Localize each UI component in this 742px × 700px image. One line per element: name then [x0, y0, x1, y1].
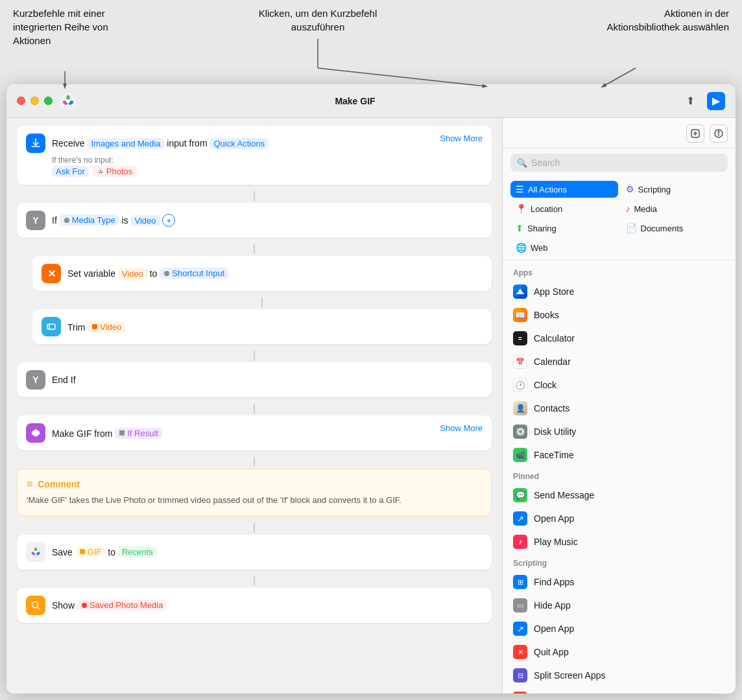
category-media[interactable]: ♪ Media	[621, 200, 728, 217]
disk-utility-icon: 💿	[513, 425, 527, 439]
annotation-center: Klicken, um den Kurzbefehl auszuführen	[253, 6, 383, 34]
category-web[interactable]: 🌐 Web	[510, 239, 618, 256]
clock-icon: 🕐	[513, 378, 527, 392]
pinned-section-header: Pinned	[503, 467, 736, 484]
action-hide-app[interactable]: ▭ Hide App	[503, 594, 736, 617]
category-documents[interactable]: 📄 Documents	[621, 220, 728, 237]
action-split-screen[interactable]: ⊟ Split Screen Apps	[503, 664, 736, 687]
play-music-label: Play Music	[534, 537, 578, 547]
books-label: Books	[534, 310, 559, 320]
action-contacts[interactable]: 👤 Contacts	[503, 397, 736, 420]
open-app-icon: ↗	[513, 511, 527, 526]
minimize-button[interactable]	[30, 97, 39, 105]
receive-text: Receive Images and Media input from Quic…	[52, 138, 483, 149]
trim-video[interactable]: Video	[88, 321, 125, 332]
receive-show-more[interactable]: Show More	[440, 134, 483, 143]
contacts-label: Contacts	[534, 403, 569, 414]
action-open-app2[interactable]: ↗ Open App	[503, 617, 736, 640]
categories-grid: ☰ All Actions ⚙ Scripting 📍 Location ♪ M…	[503, 177, 736, 261]
search-box[interactable]: 🔍 Search	[510, 154, 728, 172]
receive-photos[interactable]: Photos	[93, 166, 136, 177]
set-variable-card[interactable]: ✕ Set variable Video to Shortcut Input	[32, 256, 492, 291]
svg-line-2	[318, 68, 485, 86]
category-location[interactable]: 📍 Location	[510, 200, 618, 217]
info-button[interactable]	[710, 124, 728, 143]
action-quit-app[interactable]: ✕ Quit App	[503, 640, 736, 664]
hide-app-icon: ▭	[513, 598, 527, 612]
action-facetime[interactable]: 📹 FaceTime	[503, 443, 736, 467]
action-open-app[interactable]: ↗ Open App	[503, 507, 736, 530]
contacts-icon: 👤	[513, 401, 527, 415]
svg-rect-34	[80, 549, 85, 554]
quit-app-label: Quit App	[534, 647, 569, 657]
make-gif-if-result[interactable]: If Result	[115, 428, 162, 439]
action-play-music[interactable]: ♪ Play Music	[503, 530, 736, 554]
share-button[interactable]: ⬆	[681, 92, 699, 110]
comment-title: Comment	[38, 479, 80, 489]
svg-point-43	[718, 131, 719, 132]
receive-ask-for[interactable]: Ask For	[52, 166, 89, 177]
show-saved-photo[interactable]: Saved Photo Media	[77, 600, 167, 611]
hide-app-label: Hide App	[534, 600, 571, 611]
save-recents[interactable]: Recents	[118, 546, 157, 557]
trim-card[interactable]: Trim Video	[32, 309, 492, 344]
action-clock[interactable]: 🕐 Clock	[503, 373, 736, 397]
make-gif-show-more[interactable]: Show More	[440, 423, 483, 433]
find-apps-label: Find Apps	[534, 577, 574, 587]
sv-shortcut[interactable]: Shortcut Input	[160, 268, 228, 279]
fullscreen-button[interactable]	[44, 97, 53, 105]
title-bar: Make GIF ⬆ ▶	[6, 84, 736, 118]
actions-panel: 🔍 Search ☰ All Actions ⚙ Scripting 📍 Loc…	[502, 118, 736, 694]
actions-list[interactable]: Apps App Store 📖 Books = Calculator �	[503, 261, 736, 694]
connector-7: |	[17, 520, 492, 535]
category-scripting[interactable]: ⚙ Scripting	[621, 181, 728, 198]
location-label: Location	[531, 204, 562, 214]
all-actions-label: All Actions	[528, 185, 567, 194]
add-action-button[interactable]	[686, 124, 704, 143]
quit-app-icon: ✕	[513, 645, 527, 659]
scripting-icon: ⚙	[626, 184, 634, 194]
action-calculator[interactable]: = Calculator	[503, 327, 736, 350]
save-gif[interactable]: GIF	[75, 546, 106, 557]
svg-point-18	[98, 171, 101, 173]
action-send-message[interactable]: 💬 Send Message	[503, 484, 736, 507]
receive-card[interactable]: Show More Receive Images and Media input…	[17, 126, 492, 185]
annotation-left: Kurzbefehle mit einer integrierten Reihe…	[13, 6, 130, 47]
make-gif-card[interactable]: Show More Make GIF from If Result	[17, 415, 492, 450]
action-books[interactable]: 📖 Books	[503, 303, 736, 327]
category-all-actions[interactable]: ☰ All Actions	[510, 181, 618, 198]
web-icon: 🌐	[516, 242, 527, 253]
comment-body: 'Make GIF' takes the Live Photo or trimm…	[27, 494, 482, 507]
split-screen-icon: ⊟	[513, 668, 527, 682]
if-media-type[interactable]: Media Type	[60, 215, 119, 226]
connector-2: |	[17, 242, 492, 256]
workflow-panel[interactable]: Show More Receive Images and Media input…	[6, 118, 502, 694]
action-find-apps[interactable]: ⊞ Find Apps	[503, 570, 736, 594]
end-if-card[interactable]: Y End If	[17, 362, 492, 397]
action-calendar[interactable]: 📅 Calendar	[503, 350, 736, 373]
action-app-store[interactable]: App Store	[503, 280, 736, 303]
documents-label: Documents	[641, 224, 684, 233]
if-card[interactable]: Y If Media Type is Video +	[17, 203, 492, 238]
sharing-icon: ⬆	[516, 223, 523, 233]
if-video[interactable]: Video	[131, 215, 160, 226]
play-button[interactable]: ▶	[707, 92, 725, 110]
svg-rect-23	[92, 324, 97, 329]
save-card[interactable]: Save GIF to Recents	[17, 535, 492, 570]
category-sharing[interactable]: ⬆ Sharing	[510, 220, 618, 237]
play-music-icon: ♪	[513, 535, 527, 549]
receive-tag2[interactable]: Quick Actions	[209, 138, 269, 149]
save-icon	[26, 542, 45, 562]
svg-point-37	[82, 603, 87, 608]
svg-point-33	[34, 550, 38, 554]
sv-video[interactable]: Video	[118, 268, 147, 279]
show-icon	[26, 596, 45, 615]
search-icon: 🔍	[517, 158, 527, 168]
connector-4: |	[17, 348, 492, 362]
if-plus[interactable]: +	[162, 214, 175, 227]
action-disk-utility[interactable]: 💿 Disk Utility	[503, 420, 736, 443]
action-get-on-screen[interactable]: 📱 Get What's On Screen	[503, 687, 736, 694]
close-button[interactable]	[17, 97, 25, 105]
receive-tag1[interactable]: Images and Media	[87, 138, 164, 149]
show-card[interactable]: Show Saved Photo Media	[17, 588, 492, 623]
